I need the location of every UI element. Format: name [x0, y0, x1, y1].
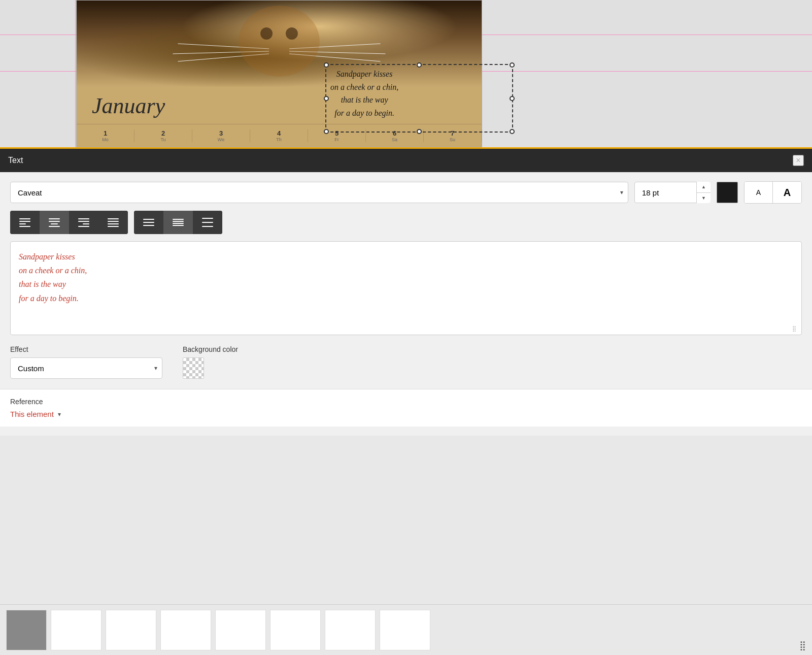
align-left-icon — [19, 218, 30, 227]
align-left-button[interactable] — [10, 211, 40, 234]
panel-title: Text — [8, 156, 23, 165]
cal-day-3: 3 We — [192, 129, 250, 142]
spacing-normal-button[interactable] — [134, 211, 163, 234]
january-text: January — [92, 93, 165, 119]
paragraph-align-group — [10, 211, 128, 234]
calendar-card: January 1 Mo 2 Tu 3 We 4 Th 5 Fr — [76, 0, 482, 147]
effect-select-wrapper: Custom None Shadow Glow ▾ — [10, 357, 162, 379]
thumb-2[interactable] — [51, 610, 101, 650]
bg-color-column: Background color — [183, 345, 238, 379]
font-family-wrapper: Caveat Arial Georgia Times New Roman ▾ — [10, 182, 628, 203]
cal-day-7: 7 Su — [424, 129, 482, 142]
calendar-photo — [77, 1, 482, 87]
svg-point-8 — [286, 27, 298, 40]
align-justify-button[interactable] — [98, 211, 128, 234]
align-right-button[interactable] — [69, 211, 98, 234]
font-family-select[interactable]: Caveat Arial Georgia Times New Roman — [10, 182, 628, 203]
text-panel: Text × Caveat Arial Georgia Times New Ro… — [0, 147, 812, 436]
handle-top-right[interactable] — [510, 62, 515, 68]
align-right-icon — [78, 218, 89, 227]
text-size-buttons: A A — [744, 181, 802, 204]
font-size-spinners: ▲ ▼ — [696, 182, 710, 203]
cal-day-4: 4 Th — [250, 129, 308, 142]
text-size-small-button[interactable]: A — [745, 182, 773, 203]
panel-body: Caveat Arial Georgia Times New Roman ▾ ▲… — [0, 172, 812, 436]
thumb-1[interactable] — [6, 610, 47, 650]
calendar-row: 1 Mo 2 Tu 3 We 4 Th 5 Fr 6 Sa — [77, 124, 482, 147]
reference-value: This element — [10, 410, 54, 418]
cal-day-2: 2 Tu — [134, 129, 192, 142]
thumb-5[interactable] — [215, 610, 266, 650]
font-size-down-button[interactable]: ▼ — [697, 193, 710, 204]
reference-select-wrapper[interactable]: This element ▾ — [10, 410, 61, 418]
canvas-area: January 1 Mo 2 Tu 3 We 4 Th 5 Fr — [0, 0, 812, 147]
bg-color-label: Background color — [183, 345, 238, 353]
handle-middle-right[interactable] — [510, 96, 515, 101]
reference-dropdown-arrow: ▾ — [58, 411, 61, 418]
effect-select[interactable]: Custom None Shadow Glow — [10, 357, 162, 379]
whisker-svg — [77, 1, 482, 87]
alignment-row — [10, 211, 802, 234]
bg-color-swatch[interactable] — [183, 357, 204, 379]
expand-strip-button[interactable]: ⣿ — [799, 640, 806, 651]
font-size-wrapper: ▲ ▼ — [634, 182, 710, 203]
align-center-icon — [49, 218, 60, 227]
text-area-wrapper: Sandpaper kisses on a cheek or a chin, t… — [10, 241, 802, 335]
reference-label: Reference — [10, 398, 802, 406]
handle-middle-left[interactable] — [324, 96, 329, 101]
thumbnail-strip: ⣿ — [0, 604, 812, 655]
thumb-8[interactable] — [380, 610, 430, 650]
align-justify-icon — [108, 218, 119, 227]
effect-bg-row: Effect Custom None Shadow Glow ▾ Backgro… — [10, 345, 802, 379]
svg-point-7 — [260, 27, 273, 40]
reference-section: Reference This element ▾ — [0, 389, 812, 427]
text-content-area[interactable]: Sandpaper kisses on a cheek or a chin, t… — [11, 242, 801, 333]
font-row: Caveat Arial Georgia Times New Roman ▾ ▲… — [10, 181, 802, 204]
cal-day-6: 6 Sa — [366, 129, 424, 142]
cal-day-1: 1 Mo — [77, 129, 134, 142]
thumb-3[interactable] — [106, 610, 156, 650]
panel-close-button[interactable]: × — [793, 155, 804, 166]
font-color-swatch[interactable] — [717, 182, 738, 203]
spacing-loose-button[interactable] — [193, 211, 222, 234]
align-center-button[interactable] — [40, 211, 69, 234]
handle-bottom-right[interactable] — [510, 129, 515, 134]
thumb-4[interactable] — [160, 610, 211, 650]
font-size-up-button[interactable]: ▲ — [697, 182, 710, 193]
spacing-compact-button[interactable] — [163, 211, 193, 234]
guide-line-vertical-1 — [75, 0, 76, 147]
text-size-large-button[interactable]: A — [773, 182, 801, 203]
canvas-poem: Sandpaper kisses on a cheek or a chin, t… — [330, 68, 398, 119]
resize-handle-icon[interactable]: ⣿ — [792, 325, 799, 333]
svg-point-6 — [239, 6, 320, 77]
thumb-6[interactable] — [270, 610, 321, 650]
effect-label: Effect — [10, 345, 162, 353]
cal-day-5: 5 Fr — [308, 129, 366, 142]
thumb-7[interactable] — [325, 610, 376, 650]
effect-column: Effect Custom None Shadow Glow ▾ — [10, 345, 162, 379]
panel-header: Text × — [0, 149, 812, 172]
line-spacing-group — [134, 211, 222, 234]
